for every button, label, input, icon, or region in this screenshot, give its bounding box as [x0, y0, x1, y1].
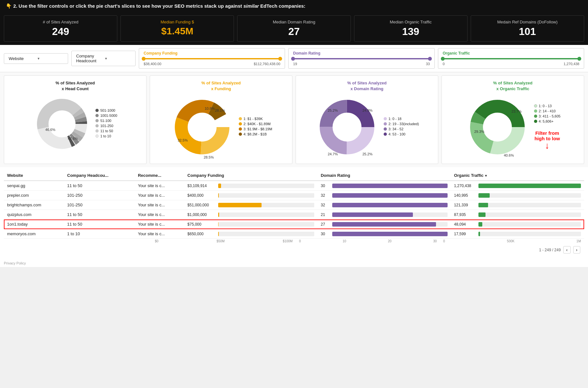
- stat-traffic-label: Median Organic Traffic: [360, 20, 461, 24]
- funding-range-label: Company Funding: [144, 51, 280, 56]
- headcount-donut-svg[interactable]: 46.6% 42.6%: [33, 95, 91, 153]
- traffic-range-left-handle[interactable]: [441, 57, 445, 61]
- table-row[interactable]: senpai.gg 11 to 50 Your site is c... $3,…: [4, 181, 584, 191]
- col-traffic[interactable]: Organic Traffic: [451, 170, 584, 181]
- stat-sites: # of Sites Analyzed 249: [4, 15, 117, 42]
- domain-chart: % of Sites Analyzedx Domain Rating 25.2%…: [296, 75, 438, 164]
- col-domain[interactable]: Domain Rating: [317, 170, 451, 181]
- funding-bar-bg-1: [218, 193, 314, 198]
- table-header: Website Company Headcou... Recomme... Co…: [4, 170, 584, 181]
- traffic-bar-fill-2: [478, 203, 488, 207]
- legend-dot-organic-1: [534, 104, 537, 108]
- headcount-label-426: 42.6%: [68, 137, 78, 141]
- prev-page-button[interactable]: ‹: [563, 246, 570, 254]
- funding-value-3: $1,000,000: [187, 212, 216, 217]
- website-dropdown-label: Website: [9, 56, 35, 61]
- col-recommend[interactable]: Recomme...: [135, 170, 184, 181]
- domain-label-249: 24.9%: [362, 108, 372, 112]
- legend-dot-11-50: [95, 129, 99, 133]
- cell-funding-2: $51,000,000: [184, 200, 317, 210]
- legend-domain-4: 4: 53 - 100: [384, 132, 419, 136]
- legend-organic-4: 4: 5,606+: [534, 119, 561, 123]
- col-funding[interactable]: Company Funding: [184, 170, 317, 181]
- legend-dot-organic-3: [534, 115, 537, 118]
- table-row[interactable]: prepler.com 101-250 Your site is c... $4…: [4, 191, 584, 200]
- domain-donut-svg[interactable]: 25.2% 24.9% 24.7% 25.2%: [315, 95, 379, 159]
- cell-website-4: 1on1.today: [4, 220, 64, 229]
- table-row[interactable]: quizplus.com 11 to 50 Your site is c... …: [4, 210, 584, 220]
- traffic-value-0: 1,270,438: [454, 184, 477, 188]
- cell-recommend-1: Your site is c...: [135, 191, 184, 200]
- headcount-chart: % of Sites Analyzedx Head Count 46.6% 42…: [4, 75, 147, 164]
- pagination-label: 1 - 249 / 249: [539, 248, 561, 252]
- domain-value-1: 32: [321, 193, 330, 198]
- traffic-range-right-handle[interactable]: [577, 57, 581, 61]
- funding-value-0: $3,109,914: [187, 184, 216, 188]
- cell-traffic-0: 1,270,438: [451, 181, 584, 191]
- domain-axis-10: 10: [343, 239, 346, 243]
- funding-bar-fill-5: [218, 232, 219, 236]
- traffic-range-label: Organic Traffic: [443, 51, 579, 56]
- traffic-bar-bg-4: [478, 222, 581, 227]
- domain-range-left-handle[interactable]: [291, 57, 295, 61]
- next-page-button[interactable]: ›: [573, 246, 580, 254]
- cell-recommend-4: Your site is c...: [135, 220, 184, 229]
- domain-bar-fill-0: [332, 184, 448, 188]
- domain-range-track[interactable]: [293, 58, 430, 59]
- table-body: senpai.gg 11 to 50 Your site is c... $3,…: [4, 181, 584, 239]
- organic-donut-area: 29.3% 23.7% 40.6% 1: 0 - 13 2: 14 - 410 …: [446, 95, 579, 159]
- legend-domain-2: 2: 19 - 33(included): [384, 122, 419, 126]
- funding-axis-0: $0: [155, 239, 158, 243]
- legend-1001-5000: 1001-5000: [95, 114, 117, 117]
- funding-bar-fill-2: [218, 203, 261, 207]
- traffic-range-track[interactable]: [443, 58, 579, 59]
- stat-domain: Median Domain Rating 27: [237, 15, 351, 42]
- legend-funding-1: 1: $1 - $39K: [239, 117, 272, 121]
- cell-traffic-5: 17,599: [451, 229, 584, 239]
- cell-domain-1: 32: [317, 191, 451, 200]
- axis-labels-row: $0 $50M $100M 0 10 20 30 0 500K 1M: [4, 239, 584, 244]
- headcount-donut-area: 46.6% 42.6% 501-1000 1001-5000 51-100 10…: [9, 95, 142, 153]
- headcount-dropdown[interactable]: Company Headcount ▼: [71, 51, 136, 66]
- header-row: Website Company Headcou... Recomme... Co…: [4, 170, 584, 181]
- domain-label-247: 24.7%: [328, 152, 338, 156]
- domain-label-252a: 25.2%: [328, 108, 338, 112]
- instruction-emoji: 👇: [6, 3, 12, 9]
- legend-organic-3: 3: 411 - 5,605: [534, 114, 561, 118]
- cell-domain-3: 21: [317, 210, 451, 220]
- funding-label-285: 28.5%: [204, 155, 214, 159]
- traffic-axis-labels: 0 500K 1M: [440, 239, 584, 243]
- filter-annotation-text: Filter fromhigh to low: [534, 130, 561, 141]
- domain-bar-fill-1: [332, 193, 448, 198]
- funding-range-left-handle[interactable]: [142, 57, 146, 61]
- chevron-down-icon-2: ▼: [104, 57, 131, 60]
- domain-value-3: 21: [321, 212, 330, 217]
- organic-chart: % of Sites Analyzedx Organic Traffic 29.…: [441, 75, 584, 164]
- headcount-label-466: 46.6%: [45, 128, 55, 132]
- col-headcount[interactable]: Company Headcou...: [64, 170, 135, 181]
- organic-donut-svg[interactable]: 29.3% 23.7% 40.6%: [465, 95, 530, 159]
- domain-bar-bg-4: [332, 222, 448, 227]
- funding-range-right-handle[interactable]: [278, 57, 282, 61]
- instruction-text: 2. Use the filter controls or click the …: [13, 3, 243, 9]
- website-dropdown[interactable]: Website ▼: [4, 53, 68, 64]
- domain-bar-fill-5: [332, 232, 448, 236]
- stat-traffic: Median Organic Traffic 139: [354, 15, 468, 42]
- domain-donut-hole: [340, 120, 354, 134]
- domain-value-4: 27: [321, 222, 330, 227]
- funding-bar-bg-0: [218, 184, 314, 188]
- domain-bar-fill-2: [332, 203, 448, 207]
- funding-donut-svg[interactable]: 28.1% 32.5% 28.5% 10.8%: [170, 95, 234, 159]
- organic-chart-title: % of Sites Analyzedx Organic Traffic: [446, 80, 579, 92]
- table-row[interactable]: memoryos.com 1 to 10 Your site is c... $…: [4, 229, 584, 239]
- col-website[interactable]: Website: [4, 170, 64, 181]
- legend-domain-3: 3: 34 - 52: [384, 127, 419, 131]
- cell-headcount-1: 101-250: [64, 191, 135, 200]
- domain-chart-title: % of Sites Analyzedx Domain Rating: [300, 80, 433, 92]
- domain-range-right-handle[interactable]: [428, 57, 432, 61]
- funding-value-2: $51,000,000: [187, 203, 216, 207]
- traffic-range-min: 0: [443, 62, 445, 66]
- table-row[interactable]: 1on1.today 11 to 50 Your site is c... $7…: [4, 220, 584, 229]
- table-row[interactable]: brightchamps.com 101-250 Your site is c.…: [4, 200, 584, 210]
- funding-range-track[interactable]: [144, 58, 280, 59]
